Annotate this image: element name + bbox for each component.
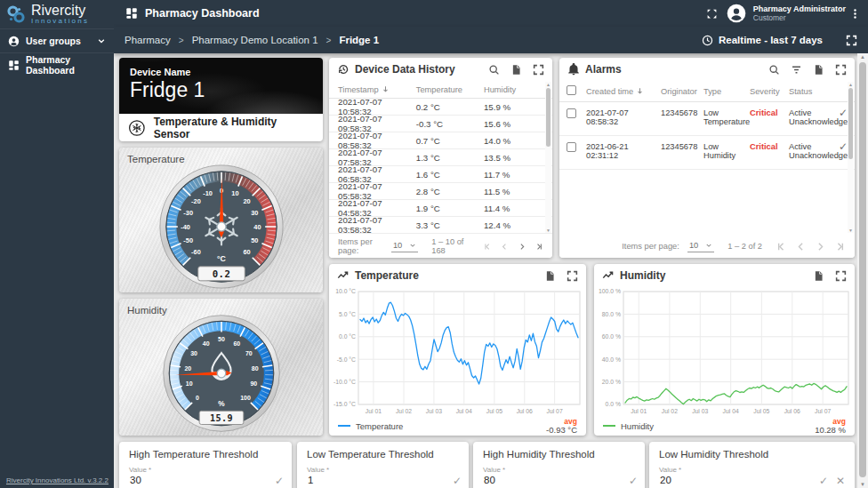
temperature-chart-plot: 10.0 °C5.0 °C0.0 °C-5.0 °C-10.0 °C-15.0 … (329, 287, 586, 416)
legend-swatch (603, 425, 615, 427)
svg-text:-30: -30 (183, 209, 193, 217)
value-field-label: Value * (129, 466, 282, 474)
page-scrollbar[interactable]: ▲ ▼ (857, 53, 868, 488)
svg-text:10: 10 (231, 189, 238, 197)
column-header-humidity[interactable]: Humidity (484, 85, 543, 94)
acknowledge-button[interactable]: ✓ (839, 107, 848, 119)
acknowledge-button[interactable]: ✓ (839, 140, 848, 153)
prev-page-button[interactable] (500, 241, 509, 252)
created-time-cell: 2021-07-07 08:58:32 (586, 108, 661, 126)
breadcrumb-bar: Pharmacy > Pharmacy Demo Location 1 > Fr… (114, 27, 868, 53)
apply-icon[interactable]: ✓ (275, 475, 284, 488)
breadcrumb-item-location[interactable]: Pharmacy Demo Location 1 (192, 35, 318, 45)
temperature-legend-item[interactable]: Temperature (338, 421, 546, 431)
export-icon[interactable] (813, 64, 824, 76)
sidebar-item-pharmacy-dashboard[interactable]: Pharmacy Dashboard (0, 52, 114, 76)
column-header-status[interactable]: Status (789, 87, 835, 96)
svg-text:20.0 %: 20.0 % (602, 379, 621, 385)
table-scrollbar[interactable]: ▲▼ (848, 82, 854, 233)
page-title: Pharmacy Dashboard (145, 7, 706, 20)
select-all-checkbox[interactable] (567, 85, 576, 95)
fullscreen-icon[interactable] (835, 64, 847, 76)
apply-icon[interactable]: ✓ (819, 475, 828, 488)
status-cell: ActiveUnacknowledged (789, 108, 835, 126)
column-header-originator[interactable]: Originator (661, 87, 703, 96)
snowflake-circle-icon (128, 119, 146, 137)
svg-text:60.0 %: 60.0 % (602, 333, 621, 340)
temperature-cell: 2.8 °C (416, 187, 484, 196)
version-footer-link[interactable]: Rivercity Innovations Ltd. v.3.2.2 (6, 476, 108, 484)
filter-icon[interactable] (791, 64, 802, 76)
page-range-label: 1 – 10 of 168 (431, 237, 470, 255)
fullscreen-icon[interactable] (846, 35, 857, 46)
apply-icon[interactable]: ✓ (629, 475, 638, 488)
alarm-row[interactable]: 2021-07-07 08:58:3212345678Low Temperatu… (559, 102, 855, 136)
threshold-value-input[interactable] (483, 475, 621, 488)
table-scrollbar[interactable]: ▲▼ (545, 82, 551, 233)
next-page-button[interactable] (815, 241, 826, 252)
humidity-cell: 12.4 % (484, 220, 543, 230)
user-role: Customer (753, 13, 846, 22)
column-header-type[interactable]: Type (703, 87, 750, 96)
export-icon[interactable] (510, 64, 522, 76)
alarm-row[interactable]: 2021-06-21 02:31:1212345678Low HumidityC… (559, 136, 855, 170)
items-per-page-select[interactable]: 10 (687, 241, 714, 252)
user-groups-select[interactable]: User groups (0, 28, 114, 52)
more-menu-icon[interactable] (849, 8, 861, 20)
threshold-value-input[interactable] (307, 475, 445, 488)
fullscreen-icon[interactable] (835, 270, 847, 282)
humidity-legend-item[interactable]: Humidity (603, 421, 815, 431)
logo-icon (5, 4, 27, 25)
svg-text:0.0 °C: 0.0 °C (339, 333, 356, 340)
svg-text:-50: -50 (183, 236, 193, 244)
export-icon[interactable] (813, 270, 824, 282)
type-cell: Low Humidity (703, 142, 750, 160)
svg-text:Jul 01: Jul 01 (366, 408, 382, 414)
humidity-cell: 15.6 % (484, 119, 543, 129)
threshold-value-input[interactable] (129, 475, 267, 488)
clock-icon (702, 35, 713, 46)
threshold-value-input[interactable] (659, 475, 811, 488)
row-checkbox[interactable] (567, 142, 576, 152)
items-per-page-select[interactable]: 10 (391, 241, 418, 252)
expand-arrows-icon[interactable] (706, 8, 718, 20)
temperature-chart-title: Temperature (355, 269, 534, 282)
timewindow-button[interactable]: Realtime - last 7 days (702, 35, 823, 46)
search-icon[interactable] (768, 64, 780, 76)
first-page-button[interactable] (483, 241, 492, 252)
caret-down-icon (705, 242, 712, 249)
avatar[interactable] (727, 4, 746, 23)
svg-text:40: 40 (253, 222, 261, 230)
last-page-button[interactable] (534, 241, 543, 252)
alarms-panel: Alarms Created time Originator Type Seve… (559, 58, 855, 258)
next-page-button[interactable] (518, 241, 526, 252)
alarms-paginator: Items per page: 10 1 – 2 of 2 (559, 235, 855, 258)
svg-text:100.0 %: 100.0 % (599, 288, 621, 294)
column-header-timestamp[interactable]: Timestamp (338, 85, 416, 94)
export-icon[interactable] (544, 270, 556, 282)
trend-line-icon (602, 269, 615, 282)
svg-text:-20: -20 (191, 197, 201, 205)
row-checkbox[interactable] (567, 108, 576, 118)
search-icon[interactable] (488, 64, 500, 76)
column-header-severity[interactable]: Severity (750, 87, 789, 96)
high-temperature-threshold-card: High Temperature Threshold Value * ✓ ✕ (119, 442, 292, 488)
breadcrumb-item-pharmacy[interactable]: Pharmacy (125, 35, 171, 45)
fullscreen-icon[interactable] (533, 64, 544, 76)
last-page-button[interactable] (834, 241, 846, 252)
scrollbar-thumb[interactable] (859, 62, 866, 477)
cancel-icon[interactable]: ✕ (836, 475, 845, 488)
apply-icon[interactable]: ✓ (453, 475, 462, 488)
table-row[interactable]: 2021-07-07 03:58:323.3 °C12.4 % (329, 217, 552, 234)
brand-logo: Rivercity Innovations (0, 0, 114, 28)
first-page-button[interactable] (776, 241, 787, 252)
prev-page-button[interactable] (795, 241, 807, 252)
column-header-temperature[interactable]: Temperature (416, 85, 484, 94)
column-header-created-time[interactable]: Created time (586, 87, 661, 96)
originator-cell: 12345678 (661, 108, 703, 117)
legend-label: Temperature (356, 421, 403, 431)
alarms-table-header: Created time Originator Type Severity St… (559, 81, 855, 102)
svg-text:60: 60 (243, 248, 250, 256)
fullscreen-icon[interactable] (567, 270, 578, 282)
svg-text:15.9: 15.9 (209, 413, 232, 423)
